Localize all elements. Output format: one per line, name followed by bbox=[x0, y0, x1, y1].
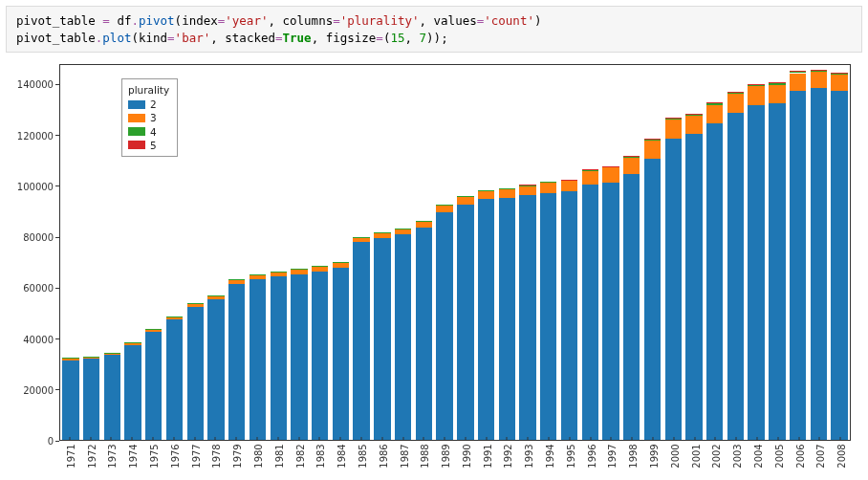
bar-seg-3 bbox=[706, 105, 723, 123]
x-tick-label: 1996 bbox=[587, 444, 597, 468]
x-tick-label: 1991 bbox=[483, 444, 493, 468]
bar-seg-2 bbox=[790, 91, 806, 441]
bar-seg-2 bbox=[312, 272, 328, 440]
plot-area: plurality 2345 bbox=[59, 64, 851, 441]
bar-seg-3 bbox=[83, 357, 99, 359]
bar-1991 bbox=[476, 65, 497, 440]
y-tick-label: 80000 bbox=[8, 232, 54, 243]
bar-seg-3 bbox=[333, 263, 349, 268]
bar-seg-3 bbox=[312, 267, 328, 272]
x-tick-label: 2002 bbox=[711, 444, 722, 468]
bar-1981 bbox=[268, 65, 289, 440]
bar-1977 bbox=[184, 65, 206, 440]
bar-seg-2 bbox=[811, 88, 827, 440]
bar-seg-3 bbox=[582, 171, 598, 185]
bar-seg-2 bbox=[540, 193, 556, 440]
x-tick-label: 1973 bbox=[107, 444, 118, 468]
y-tick-label: 120000 bbox=[8, 130, 54, 141]
bar-seg-3 bbox=[602, 167, 618, 183]
bar-seg-4 bbox=[499, 188, 515, 189]
bar-seg-4 bbox=[478, 190, 494, 191]
bar-seg-2 bbox=[727, 113, 744, 440]
legend: plurality 2345 bbox=[121, 78, 178, 157]
bar-seg-3 bbox=[811, 72, 827, 88]
bar-seg-2 bbox=[250, 279, 266, 440]
x-tick-label: 1997 bbox=[607, 444, 618, 468]
bar-seg-3 bbox=[271, 272, 287, 276]
x-tick-label: 2008 bbox=[836, 444, 847, 468]
bar-seg-4 bbox=[706, 103, 723, 105]
bar-seg-2 bbox=[769, 103, 785, 440]
bar-seg-4 bbox=[811, 70, 827, 72]
bar-1980 bbox=[248, 65, 269, 440]
bar-seg-3 bbox=[104, 353, 120, 356]
bar-seg-2 bbox=[62, 360, 78, 440]
legend-swatch-icon bbox=[128, 141, 145, 149]
legend-entry-4: 4 bbox=[128, 125, 169, 139]
bar-seg-4 bbox=[623, 156, 640, 158]
bar-seg-2 bbox=[582, 185, 598, 441]
x-tick-label: 1975 bbox=[149, 444, 160, 468]
bar-1972 bbox=[81, 65, 102, 440]
bar-seg-4 bbox=[582, 169, 598, 170]
x-tick-label: 1989 bbox=[441, 444, 451, 468]
bar-1978 bbox=[206, 65, 227, 440]
bar-2001 bbox=[684, 65, 705, 440]
bars-layer bbox=[60, 65, 850, 440]
y-tick-label: 20000 bbox=[8, 384, 54, 395]
bar-1996 bbox=[579, 65, 600, 440]
x-tick-label: 1988 bbox=[420, 444, 430, 468]
bar-seg-4 bbox=[727, 92, 744, 94]
bar-seg-4 bbox=[685, 114, 702, 116]
x-tick-label: 1985 bbox=[358, 444, 368, 468]
x-tick-label: 1995 bbox=[566, 444, 576, 468]
x-tick-label: 1979 bbox=[232, 444, 243, 468]
bar-1988 bbox=[414, 65, 435, 440]
bar-seg-2 bbox=[644, 159, 661, 440]
bar-seg-4 bbox=[540, 182, 556, 183]
bar-1999 bbox=[642, 65, 663, 440]
bar-seg-2 bbox=[353, 242, 369, 440]
bar-seg-2 bbox=[748, 105, 764, 440]
bar-1983 bbox=[310, 65, 331, 440]
legend-label: 2 bbox=[150, 98, 157, 111]
bar-seg-3 bbox=[769, 85, 785, 103]
legend-label: 3 bbox=[150, 111, 157, 124]
x-tick-label: 2006 bbox=[795, 444, 806, 468]
x-tick-label: 2000 bbox=[670, 444, 681, 468]
bar-seg-2 bbox=[436, 212, 452, 440]
bar-1992 bbox=[496, 65, 517, 440]
bar-1986 bbox=[372, 65, 393, 440]
bar-seg-4 bbox=[790, 72, 806, 74]
bar-seg-2 bbox=[706, 123, 723, 440]
x-tick-label: 1971 bbox=[66, 444, 76, 468]
bar-seg-3 bbox=[166, 316, 183, 319]
bar-seg-2 bbox=[166, 319, 183, 440]
bar-seg-3 bbox=[457, 196, 473, 204]
bar-seg-3 bbox=[228, 280, 245, 285]
legend-entry-2: 2 bbox=[128, 98, 169, 111]
bar-seg-3 bbox=[353, 237, 369, 243]
x-tick-label: 1983 bbox=[315, 444, 326, 468]
y-tick-label: 140000 bbox=[8, 79, 54, 90]
bar-seg-3 bbox=[416, 221, 432, 227]
bar-seg-2 bbox=[685, 134, 702, 440]
x-tick-label: 1982 bbox=[295, 444, 306, 468]
x-tick-label: 1976 bbox=[170, 444, 181, 468]
bar-seg-3 bbox=[790, 74, 806, 91]
bar-seg-3 bbox=[187, 303, 204, 307]
bar-seg-4 bbox=[519, 185, 535, 186]
bar-seg-3 bbox=[665, 120, 682, 138]
x-tick-label: 1990 bbox=[462, 444, 472, 468]
bar-1982 bbox=[289, 65, 310, 440]
bar-seg-3 bbox=[540, 183, 556, 193]
legend-swatch-icon bbox=[128, 114, 145, 122]
legend-swatch-icon bbox=[128, 127, 145, 136]
bar-seg-3 bbox=[748, 86, 764, 105]
x-tick-label: 1994 bbox=[545, 444, 555, 468]
legend-swatch-icon bbox=[128, 100, 145, 109]
bar-seg-2 bbox=[124, 345, 141, 440]
x-tick-label: 2001 bbox=[691, 444, 702, 468]
bar-seg-2 bbox=[623, 174, 640, 440]
bar-2004 bbox=[746, 65, 767, 440]
